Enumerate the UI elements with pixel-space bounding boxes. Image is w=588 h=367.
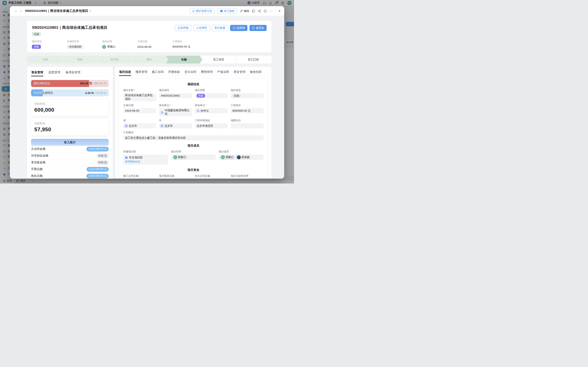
income-row-value-badge: 3,110,000.00 元	[87, 167, 109, 172]
basic-field: 市北京市	[159, 119, 192, 128]
basic-field-value[interactable]: 房建	[195, 93, 228, 98]
status-badge: 在施	[232, 94, 241, 98]
basic-field: 项目编号XM2024110801	[159, 89, 192, 101]
funds-field: 支出合同总额3,630,000.00 元	[195, 174, 228, 179]
actual-profit-card: 实际利润 57,950	[31, 119, 109, 135]
chevron-down-icon[interactable]	[89, 10, 91, 12]
pencil-icon	[240, 10, 243, 12]
basic-field-value[interactable]: 中国建筑集团有限公司	[159, 108, 192, 116]
copy-icon[interactable]	[252, 9, 255, 12]
field-text: 伙伴云	[201, 109, 209, 113]
basic-field: 项目类型房建	[195, 89, 228, 101]
basic-field-value[interactable]: 该工程主要包括土建工程、设备安装和调试等内容	[123, 135, 264, 141]
basic-field-label: 地图定位	[231, 119, 264, 122]
left-panel-tab[interactable]: 资金管理	[31, 70, 43, 76]
income-row-value-badge: 0.00 元	[96, 153, 109, 158]
basic-field-label: 省	[123, 119, 156, 122]
edit-button[interactable]: 编辑	[240, 9, 249, 13]
field-label: 所属项目部	[123, 150, 168, 153]
section-title-members: 项目成员	[123, 144, 264, 148]
stage-step-future[interactable]: 完工已结	[235, 56, 272, 64]
type-badge: 房建	[32, 45, 41, 49]
right-panel-tab[interactable]: 项目信息	[119, 69, 131, 76]
stat-value: 57,950	[34, 126, 105, 133]
summary-field: 所属项目部华北项目部	[67, 40, 102, 49]
maintain-schedule-button[interactable]: 维护进度计划	[190, 8, 214, 14]
stage-step-past[interactable]: 洽谈	[27, 56, 64, 64]
department-icon	[125, 156, 128, 159]
right-panel-tab[interactable]: 费用管理	[201, 69, 213, 76]
stage-step-past[interactable]: 投标	[62, 56, 98, 64]
section-title-basic: 基础信息	[123, 82, 264, 86]
money-icon: ¥	[252, 26, 255, 29]
prev-record-button[interactable]: ‹	[14, 9, 18, 13]
summary-field: 项目类型房建	[32, 40, 67, 49]
basic-field-value[interactable]	[231, 123, 264, 128]
field-text: 中国建筑集团有限公司	[165, 108, 190, 116]
primary-action-button[interactable]: ¥提报销	[230, 25, 247, 31]
left-panel-tab[interactable]: 进度管理	[48, 70, 60, 76]
project-summary-card: XM2024110801｜商业综合体施工总承包项目 在施 记录风险上传资料登记检…	[27, 21, 272, 52]
stage-step-future[interactable]: 完工未结	[200, 56, 237, 64]
right-panel-tab[interactable]: 预算管理	[135, 69, 147, 76]
close-modal-button[interactable]: ×	[279, 9, 281, 13]
basic-field-value[interactable]: 2024-08-05	[123, 108, 156, 113]
stage-step-past[interactable]: 签约	[131, 56, 168, 64]
basic-field-value[interactable]: 北京市	[123, 123, 156, 128]
right-panel-tab[interactable]: 验收结算	[250, 69, 262, 76]
maintain-schedule-label: 维护进度计划	[196, 9, 212, 13]
outline-action-button[interactable]: 记录风险	[175, 25, 191, 31]
modal-title: XM2024110801｜商业综合体施工总承包项目	[25, 9, 88, 13]
members-box[interactable]: 心 郭紫心 ✓ 郭淑娴	[219, 155, 264, 160]
left-panel-tabs: 资金管理进度管理备用金管理	[31, 70, 109, 76]
right-panel-tab[interactable]: 产值洽商	[217, 69, 229, 76]
basic-field: 省北京市	[123, 119, 156, 128]
summary-field-value: 华北项目部	[67, 45, 102, 49]
right-panel-tab[interactable]: 施工合同	[152, 69, 164, 76]
basic-field-value[interactable]: 商业综合体施工总承包项目	[123, 93, 156, 101]
left-panel-tab[interactable]: 备用金管理	[65, 70, 81, 76]
primary-action-label: 提报销	[237, 26, 245, 30]
summary-field-value: 心郭紫心	[102, 45, 137, 49]
outline-action-button[interactable]: 登记检查	[212, 25, 228, 31]
basic-field-value[interactable]: 北京市海淀区	[195, 123, 228, 128]
basic-field: 项目名称*商业综合体施工总承包项目	[123, 89, 156, 101]
right-panel-tab[interactable]: 开票收款	[168, 69, 180, 76]
basic-field-label: 工程造价	[231, 104, 264, 107]
income-row-label: 主合同金额	[31, 147, 45, 151]
income-row-value-badge: 0.00 元	[96, 160, 109, 165]
stat-label: 目标利润	[34, 102, 105, 106]
summary-field-label: 所属项目部	[67, 40, 102, 43]
basic-field-value[interactable]: XM2024110801	[159, 93, 192, 98]
completion-acceptance-button[interactable]: 竣工验收	[217, 8, 237, 14]
right-panel-tab[interactable]: 质安管理	[233, 69, 246, 76]
history-clock-icon[interactable]	[264, 10, 267, 12]
primary-action-button[interactable]: ¥备用金	[249, 25, 267, 31]
funds-field: 项目预算总额3,400,000.00 元	[159, 174, 192, 179]
screen: 开发工作区-工程型 + 项目档案 AI助手 心 ⌂▶数✎项数据看板▥项⋔项▤项⌂…	[0, 0, 294, 184]
basic-field-label: 承包单位*	[195, 104, 228, 107]
department-box[interactable]: 华北项目部 展开附加信息	[123, 155, 168, 165]
basic-field: 工程造价8000000.00 元	[231, 104, 264, 116]
divider	[275, 9, 276, 13]
basic-field-label: 项目类型	[195, 89, 228, 92]
grid-icon	[125, 125, 128, 127]
basic-field-value[interactable]: 伙伴云	[195, 108, 228, 113]
basic-field-value[interactable]: 8000000.00 元	[231, 108, 264, 113]
avatar: 心	[102, 45, 106, 49]
right-panel-tab[interactable]: 支出合同	[184, 69, 196, 76]
basic-field-label: 发包单位*	[159, 104, 192, 107]
basic-field: 承包单位*伙伴云	[195, 104, 228, 116]
expand-info-link[interactable]: 展开附加信息	[125, 160, 140, 164]
outline-action-button[interactable]: 上传资料	[193, 25, 210, 31]
stage-step-past[interactable]: 未中标	[96, 56, 133, 64]
basic-field: 地图定位	[231, 119, 264, 128]
income-statistics-header: 收入统计	[31, 139, 109, 146]
basic-field-value[interactable]: 北京市	[159, 123, 192, 128]
basic-field-value[interactable]: 在施	[231, 93, 264, 98]
manager-box[interactable]: 心 郭紫心	[171, 155, 216, 160]
stage-step-current[interactable]: 在施	[166, 56, 202, 64]
more-actions-icon[interactable]: ⋯	[270, 9, 273, 13]
share-icon[interactable]	[258, 10, 261, 12]
next-record-button[interactable]: ›	[18, 9, 23, 13]
